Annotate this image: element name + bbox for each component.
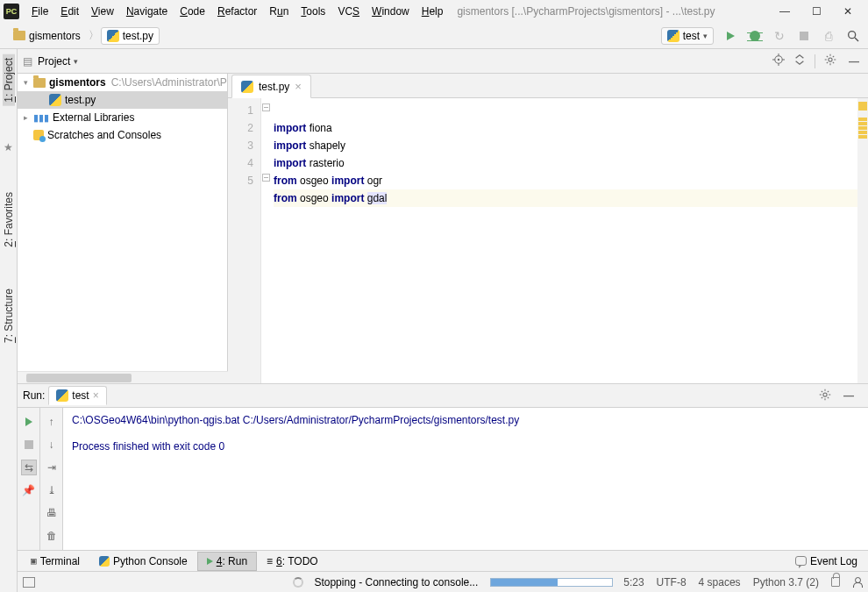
- menu-help[interactable]: Help: [416, 4, 449, 19]
- warning-stripe[interactable]: [858, 135, 867, 139]
- pin-tab-button[interactable]: 📌: [22, 483, 36, 497]
- close-tab-button[interactable]: ×: [93, 389, 99, 402]
- maximize-button[interactable]: ☐: [810, 5, 822, 18]
- svg-point-0: [849, 31, 856, 38]
- close-button[interactable]: ✕: [842, 5, 854, 18]
- warning-stripe[interactable]: [858, 118, 867, 121]
- rail-tab-favorites[interactable]: 2: Favorites: [3, 189, 15, 251]
- up-button[interactable]: ↑: [45, 415, 59, 429]
- fold-marker[interactable]: –: [262, 174, 270, 182]
- project-tree[interactable]: ▾ gismentors C:\Users\Administrator\P te…: [18, 74, 228, 371]
- scroll-to-end-button[interactable]: ⤓: [45, 483, 59, 497]
- fold-gutter[interactable]: – –: [261, 98, 274, 383]
- line-number: 3: [228, 137, 253, 154]
- fold-marker[interactable]: –: [262, 103, 270, 111]
- hide-tool-window-button[interactable]: —: [845, 55, 863, 68]
- warning-stripe[interactable]: [858, 131, 867, 134]
- console-line: Process finished with exit code 0: [72, 440, 224, 453]
- tool-windows-button[interactable]: [23, 577, 35, 588]
- print-button[interactable]: 🖶: [45, 506, 59, 520]
- hide-tool-window-button[interactable]: —: [840, 389, 857, 402]
- window-title: gismentors [...\PycharmProjects\gismento…: [457, 5, 777, 18]
- menu-edit[interactable]: Edit: [55, 4, 84, 19]
- clear-all-button[interactable]: 🗑: [45, 529, 59, 543]
- run-tab-test[interactable]: test ×: [48, 386, 106, 405]
- stop-button[interactable]: [22, 438, 36, 452]
- menu-window[interactable]: Window: [366, 4, 415, 19]
- project-title[interactable]: Project ▾: [38, 55, 78, 68]
- tree-file-row[interactable]: test.py: [18, 91, 227, 109]
- inspector-icon[interactable]: [852, 577, 863, 588]
- progress-bar[interactable]: [490, 578, 613, 587]
- svg-point-3: [778, 59, 779, 60]
- run-config-selector[interactable]: test ▾: [661, 27, 714, 45]
- settings-button[interactable]: [819, 389, 831, 403]
- play-icon: [727, 32, 735, 40]
- tree-externals-row[interactable]: ▸ ▮▮▮ External Libraries: [18, 109, 227, 126]
- app-logo: PC: [4, 4, 19, 19]
- code-text[interactable]: import fiona import shapely import raste…: [274, 98, 857, 383]
- menu-view[interactable]: View: [86, 4, 119, 19]
- bottom-tool-tabs: ▣Terminal Python Console 4: Run ≡6: TODO…: [18, 550, 868, 571]
- update-project-button[interactable]: ⎙: [821, 28, 836, 44]
- menu-navigate[interactable]: Navigate: [121, 4, 173, 19]
- menu-refactor[interactable]: Refactor: [212, 4, 262, 19]
- navigation-bar: gismentors 〉 test.py test ▾ ↻ ⎙: [0, 23, 868, 49]
- breadcrumb-file[interactable]: test.py: [101, 27, 160, 45]
- tree-externals-label: External Libraries: [53, 111, 134, 124]
- expand-toggle[interactable]: ▸: [21, 113, 30, 122]
- tab-python-console[interactable]: Python Console: [89, 552, 197, 571]
- editor-tabs: test.py ×: [228, 74, 868, 98]
- search-everywhere-button[interactable]: [845, 28, 861, 44]
- tree-root-path: C:\Users\Administrator\P: [111, 76, 227, 89]
- stop-icon: [800, 32, 808, 40]
- line-number-gutter[interactable]: 1 2 3 4 5: [228, 98, 261, 383]
- menu-code[interactable]: Code: [174, 4, 210, 19]
- locate-file-button[interactable]: [772, 53, 785, 68]
- menu-vcs[interactable]: VCS: [332, 4, 365, 19]
- rerun-button[interactable]: [22, 415, 36, 429]
- indent-info[interactable]: 4 spaces: [699, 576, 741, 588]
- python-sdk[interactable]: Python 3.7 (2): [753, 576, 819, 588]
- tree-root-row[interactable]: ▾ gismentors C:\Users\Administrator\P: [18, 74, 227, 91]
- tab-run[interactable]: 4: Run: [197, 552, 257, 571]
- menu-run[interactable]: Run: [264, 4, 294, 19]
- file-encoding[interactable]: UTF-8: [657, 576, 687, 588]
- expand-toggle[interactable]: ▾: [21, 78, 30, 87]
- run-coverage-button[interactable]: ↻: [772, 28, 787, 44]
- tab-todo[interactable]: ≡6: TODO: [257, 552, 328, 571]
- error-stripe[interactable]: [857, 98, 868, 383]
- menu-file[interactable]: File: [26, 4, 53, 19]
- tab-event-log[interactable]: Event Log: [788, 555, 864, 567]
- breadcrumb-root[interactable]: gismentors: [7, 27, 87, 45]
- readonly-toggle[interactable]: [831, 577, 840, 587]
- stop-button[interactable]: [796, 28, 812, 44]
- settings-button[interactable]: [824, 53, 836, 68]
- minimize-button[interactable]: —: [779, 5, 791, 18]
- run-button[interactable]: [722, 28, 738, 44]
- inspection-indicator[interactable]: [858, 102, 867, 111]
- collapse-all-button[interactable]: [793, 53, 806, 68]
- bug-icon: [750, 31, 760, 41]
- toggle-output-button[interactable]: ⇆: [22, 460, 36, 474]
- soft-wrap-button[interactable]: ⇥: [45, 460, 59, 474]
- project-tree-scrollbar[interactable]: [18, 371, 228, 383]
- breadcrumb-file-label: test.py: [123, 30, 153, 42]
- svg-point-9: [823, 392, 827, 396]
- rail-tab-project[interactable]: 1: Project: [3, 54, 15, 106]
- run-config-name: test: [683, 30, 700, 42]
- caret-position[interactable]: 5:23: [623, 576, 644, 588]
- rail-tab-structure[interactable]: 7: Structure: [3, 285, 15, 346]
- warning-stripe[interactable]: [858, 126, 867, 130]
- stop-icon: [25, 440, 33, 449]
- tab-terminal[interactable]: ▣Terminal: [21, 552, 89, 571]
- run-console[interactable]: C:\OSGeo4W64\bin\python-qgis.bat C:/User…: [63, 408, 868, 550]
- play-icon: [25, 417, 32, 426]
- warning-stripe[interactable]: [858, 122, 867, 125]
- menu-tools[interactable]: Tools: [295, 4, 331, 19]
- close-tab-button[interactable]: ×: [295, 80, 302, 93]
- tree-scratches-row[interactable]: Scratches and Consoles: [18, 126, 227, 144]
- editor-tab-testpy[interactable]: test.py ×: [231, 75, 311, 98]
- down-button[interactable]: ↓: [45, 438, 59, 452]
- debug-button[interactable]: [747, 28, 763, 44]
